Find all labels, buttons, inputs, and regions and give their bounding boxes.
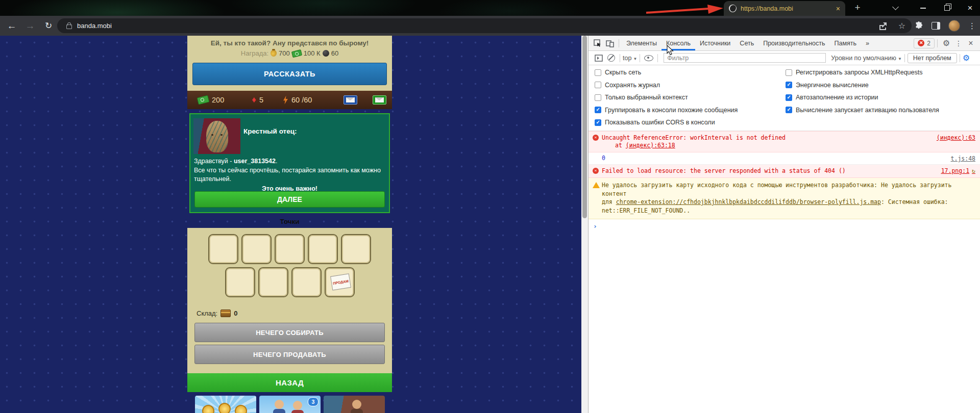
url-text: banda.mobi [77, 22, 112, 30]
setting-eager-eval[interactable]: Энергичное вычисление [786, 82, 939, 89]
new-tab-button[interactable]: + [850, 1, 865, 15]
setting-user-activation[interactable]: Вычисление запускает активацию пользоват… [786, 107, 939, 114]
devtools-settings-icon[interactable]: ⚙ [940, 37, 952, 49]
characters-tile[interactable]: 3 [259, 396, 321, 413]
tab-close-icon[interactable]: × [836, 5, 840, 12]
setting-log-xhr[interactable]: Регистрировать запросы XMLHttpRequests [786, 69, 939, 76]
point-card[interactable] [258, 267, 288, 297]
setting-selected-context[interactable]: Только выбранный контекст [595, 94, 738, 101]
extensions-puzzle-icon[interactable] [914, 21, 923, 31]
close-icon: × [968, 3, 973, 13]
initiator-icon[interactable]: ↻ [972, 167, 975, 174]
devtools-menu-icon[interactable]: ⋮ [952, 37, 965, 49]
point-card[interactable] [308, 234, 338, 264]
setting-autocomplete-history[interactable]: Автозаполнение из истории [786, 94, 939, 101]
restore-button[interactable] [936, 0, 959, 16]
error-source-link[interactable]: (индекс):63 [937, 134, 975, 142]
mail-blue-button[interactable] [344, 95, 357, 105]
page-scrollbar[interactable] [581, 36, 588, 413]
inspect-element-icon[interactable] [592, 37, 604, 49]
checkbox-off[interactable] [595, 82, 601, 88]
live-expression-eye-icon[interactable] [643, 52, 655, 64]
devtools-close-icon[interactable]: × [965, 37, 977, 49]
console-error-row[interactable]: ✕ Uncaught ReferenceError: workInterval … [589, 131, 980, 152]
minimize-button[interactable] [912, 0, 935, 16]
tab-network[interactable]: Сеть [735, 36, 758, 50]
point-card[interactable] [341, 234, 371, 264]
checkbox-off[interactable] [595, 94, 601, 101]
quest-title: Ей, ты кто такой? Ану представся по быро… [187, 36, 392, 47]
log-source-link[interactable]: t.js:48 [951, 155, 975, 163]
checkbox-off[interactable] [595, 69, 601, 76]
browser-tab[interactable]: https://banda.mobi × [724, 1, 845, 16]
page-content: Ей, ты кто такой? Ану представся по быро… [0, 36, 980, 413]
back-button[interactable]: ← [4, 16, 19, 36]
point-card[interactable] [275, 234, 305, 264]
stack-link[interactable]: (индекс):63:18 [626, 142, 675, 149]
envelope-icon [346, 97, 355, 102]
console-settings-icon[interactable]: ⚙ [963, 53, 970, 63]
side-panel-icon[interactable] [932, 22, 940, 30]
browser-toolbar: ← → ↻ banda.mobi ☆ ⋮ [0, 16, 980, 36]
chest-icon [220, 309, 231, 317]
sourcemap-link[interactable]: chrome-extension://cfhdojbkjhnklbpkdaibd… [616, 198, 881, 205]
context-selector[interactable]: top▼ [623, 55, 637, 62]
forward-button[interactable]: → [22, 16, 38, 36]
mail-green-button[interactable] [373, 95, 386, 105]
tab-sources[interactable]: Источники [695, 36, 735, 50]
tab-memory[interactable]: Память [830, 36, 862, 50]
address-bar[interactable]: banda.mobi ☆ [57, 18, 912, 33]
browser-menu-icon[interactable]: ⋮ [968, 21, 976, 31]
console-filter-input[interactable] [664, 53, 826, 63]
collect-button[interactable]: НЕЧЕГО СОБИРАТЬ [194, 323, 385, 342]
point-card-sale[interactable]: ПРОДАМ [325, 267, 355, 297]
setting-show-cors[interactable]: Показывать ошибки CORS в консоли [595, 119, 738, 126]
point-card[interactable] [241, 234, 272, 264]
profile-avatar[interactable] [948, 20, 960, 32]
console-prompt-chevron[interactable]: › [589, 219, 980, 233]
gold-tile[interactable] [195, 396, 256, 413]
checkbox-off[interactable] [786, 69, 792, 76]
no-issues-button[interactable]: Нет проблем [908, 53, 957, 63]
error-stack: at (индекс):63:18 [615, 142, 924, 149]
device-toolbar-icon[interactable] [604, 37, 616, 49]
scrollbar-thumb[interactable] [582, 36, 587, 218]
console-error-row[interactable]: ✕ Failed to load resource: the server re… [589, 165, 980, 178]
bookmark-star-icon[interactable]: ☆ [898, 21, 905, 31]
share-icon[interactable] [878, 22, 887, 30]
window-close-button[interactable]: × [959, 0, 980, 16]
tab-title: https://banda.mobi [741, 5, 793, 12]
setting-preserve-log[interactable]: Сохранять журнал [595, 82, 738, 89]
point-card[interactable] [225, 267, 255, 297]
tell-button[interactable]: РАССКАЗАТЬ [192, 63, 387, 85]
error-count-badge[interactable]: ✕ 2 [914, 38, 935, 48]
back-game-button[interactable]: НАЗАД [187, 373, 392, 392]
checkbox-on[interactable] [595, 107, 601, 113]
character-tile[interactable] [324, 396, 385, 413]
tab-search-button[interactable] [884, 0, 907, 16]
log-levels-selector[interactable]: Уровни по умолчанию▼ [831, 55, 902, 62]
tab-performance[interactable]: Производительность [758, 36, 829, 50]
setting-group-similar[interactable]: Группировать в консоли похожие сообщения [595, 107, 738, 114]
mouse-cursor [667, 45, 674, 56]
checkbox-on[interactable] [786, 94, 792, 101]
console-warning-row[interactable]: Не удалось загрузить карту исходного код… [589, 178, 980, 219]
tab-elements[interactable]: Элементы [622, 36, 662, 50]
clear-console-icon[interactable] [605, 52, 617, 64]
money-stat: 200 [198, 96, 224, 104]
reload-button[interactable]: ↻ [41, 16, 56, 36]
error-source-link[interactable]: 17.png:1↻ [941, 167, 975, 175]
username: user_3813542 [234, 158, 276, 165]
point-card[interactable] [208, 234, 238, 264]
checkbox-on[interactable] [595, 119, 601, 126]
more-tabs-icon[interactable]: » [861, 36, 874, 50]
sell-button[interactable]: НЕЧЕГО ПРОДАВАТЬ [194, 345, 385, 364]
setting-hide-network[interactable]: Скрыть сеть [595, 69, 738, 76]
gold-bag-icon [271, 50, 277, 57]
point-card[interactable] [291, 267, 322, 297]
checkbox-on[interactable] [786, 107, 792, 113]
checkbox-on[interactable] [786, 82, 792, 88]
next-button[interactable]: ДАЛЕЕ [194, 191, 385, 208]
console-sidebar-icon[interactable] [593, 52, 605, 64]
console-log-row[interactable]: 0 t.js:48 [589, 152, 980, 165]
